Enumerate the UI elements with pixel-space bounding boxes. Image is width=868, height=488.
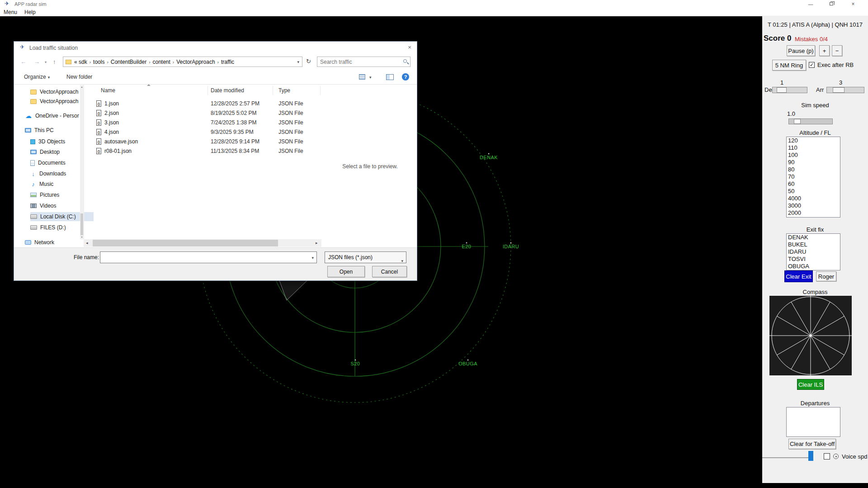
new-folder-button[interactable]: New folder — [66, 74, 92, 80]
altitude-option[interactable]: 100 — [787, 152, 840, 159]
dep-slider-thumb[interactable] — [777, 87, 787, 93]
cancel-button[interactable]: Cancel — [372, 266, 407, 277]
forward-icon[interactable]: → — [34, 58, 40, 65]
clear-exit-button[interactable]: Clear Exit — [784, 270, 813, 282]
file-name-dropdown-icon[interactable]: ▾ — [311, 256, 314, 260]
fix-e20[interactable]: ▴E20 — [462, 241, 472, 249]
up-icon[interactable]: ↑ — [53, 58, 56, 65]
altitude-option[interactable]: 50 — [787, 188, 840, 195]
menu-item-help[interactable]: Help — [24, 9, 36, 15]
sidebar-item-vectorapproach[interactable]: VectorApproach — [30, 97, 94, 106]
sidebar-item-onedrive-persor[interactable]: ☁OneDrive - Persor — [25, 111, 88, 120]
altitude-listbox[interactable]: 1201101009080706050400030002000 — [786, 137, 840, 218]
roger-button[interactable]: Roger — [816, 271, 836, 281]
exec-checkbox[interactable]: ✓ — [809, 62, 815, 68]
altitude-option[interactable]: 2000 — [787, 209, 840, 217]
plus-button[interactable]: + — [819, 45, 830, 56]
recent-locations-icon[interactable]: ▾ — [45, 60, 47, 64]
column-divider[interactable] — [273, 86, 273, 95]
organize-button[interactable]: Organize — [24, 74, 50, 80]
column-header-date[interactable]: Date modified — [211, 87, 244, 94]
exit-fix-listbox[interactable]: DENAKBUKELIDARUTOSVIOBUGA — [786, 233, 840, 270]
breadcrumb-segment[interactable]: tools — [93, 59, 104, 65]
minimize-button[interactable]: — — [804, 0, 817, 8]
open-button[interactable]: Open — [327, 266, 365, 277]
address-bar[interactable]: « sdk›tools›ContentBuilder›content›Vecto… — [63, 57, 302, 67]
menu-item-menu[interactable]: Menu — [4, 9, 17, 15]
navpane-scrollbar[interactable]: ▲ ▼ — [80, 85, 84, 239]
column-divider[interactable] — [208, 86, 208, 95]
voice-checkbox[interactable] — [824, 453, 830, 460]
altitude-option[interactable]: 110 — [787, 144, 840, 152]
breadcrumb-segment[interactable]: sdk — [79, 59, 87, 65]
altitude-option[interactable]: 80 — [787, 166, 840, 173]
sidebar-item-this-pc[interactable]: This PC — [25, 126, 88, 135]
file-type-dropdown-icon[interactable]: ▾ — [401, 256, 403, 266]
dialog-close-button[interactable]: × — [403, 43, 416, 52]
fix-denak[interactable]: ▴DENAK — [480, 152, 498, 160]
view-dropdown-icon[interactable] — [368, 74, 372, 80]
sidebar-item-downloads[interactable]: ↓Downloads — [30, 169, 94, 178]
sim-speed-slider[interactable] — [788, 118, 833, 124]
scroll-right-icon[interactable]: ▸ — [316, 241, 318, 245]
horizontal-scrollbar[interactable]: ◂ ▸ — [84, 239, 321, 247]
altitude-option[interactable]: 70 — [787, 173, 840, 180]
column-divider[interactable] — [320, 86, 321, 95]
fix-s20[interactable]: ▴S20 — [351, 358, 360, 366]
scroll-up-icon[interactable]: ▲ — [80, 85, 84, 88]
navpane-scroll-thumb[interactable] — [80, 213, 83, 235]
breadcrumb-segment[interactable]: traffic — [221, 59, 234, 65]
fix-idaru[interactable]: ▴IDARU — [503, 241, 519, 249]
refresh-icon[interactable]: ↻ — [306, 58, 311, 65]
sim-speed-slider-thumb[interactable] — [794, 119, 801, 124]
sidebar-item-files-d-[interactable]: FILES (D:) — [30, 223, 94, 232]
arr-slider-thumb[interactable] — [833, 87, 844, 93]
sidebar-item-network[interactable]: Network — [25, 238, 88, 247]
exit-fix-option[interactable]: BUKEL — [787, 241, 840, 248]
departures-listbox[interactable] — [786, 407, 840, 437]
exit-fix-option[interactable]: TOSVI — [787, 256, 840, 263]
back-icon[interactable]: ← — [20, 58, 26, 65]
help-icon[interactable]: ? — [402, 73, 409, 81]
exit-fix-option[interactable]: IDARU — [787, 248, 840, 256]
breadcrumb-segment[interactable]: content — [152, 59, 170, 65]
arr-slider[interactable] — [826, 87, 864, 93]
sidebar-item-music[interactable]: ♪Music — [30, 180, 94, 189]
restore-button[interactable] — [825, 0, 838, 8]
exit-fix-option[interactable]: DENAK — [787, 234, 840, 241]
sidebar-item-pictures[interactable]: Pictures — [30, 190, 94, 199]
clear-takeoff-button[interactable]: Clear for Take-off — [788, 439, 836, 449]
altitude-option[interactable]: 90 — [787, 159, 840, 166]
altitude-option[interactable]: 60 — [787, 180, 840, 188]
voice-volume-slider[interactable] — [762, 457, 809, 458]
breadcrumb-segment[interactable]: ContentBuilder — [111, 59, 146, 65]
altitude-option[interactable]: 120 — [787, 137, 840, 144]
exit-fix-option[interactable]: OBUGA — [787, 263, 840, 270]
sidebar-item-local-disk-c-[interactable]: Local Disk (C:) — [30, 212, 94, 221]
column-header-type[interactable]: Type — [278, 87, 290, 94]
file-row[interactable]: {}autosave.json12/28/2025 9:14 PMJSON Fi… — [85, 137, 339, 147]
sidebar-item-videos[interactable]: Videos — [30, 201, 94, 210]
file-name-combo[interactable]: ▾ — [100, 251, 317, 263]
horizontal-scroll-thumb[interactable] — [93, 240, 278, 246]
file-row[interactable]: {}r08-01.json11/13/2025 8:34 PMJSON File — [85, 147, 339, 156]
altitude-option[interactable]: 4000 — [787, 195, 840, 202]
file-row[interactable]: {}4.json9/3/2025 9:35 PMJSON File — [85, 128, 339, 137]
address-dropdown-icon[interactable]: ▾ — [297, 60, 299, 64]
file-row[interactable]: {}3.json7/24/2025 1:38 PMJSON File — [85, 118, 339, 128]
ring-button[interactable]: 5 NM Ring — [772, 60, 806, 71]
breadcrumb-segment[interactable]: VectorApproach — [176, 59, 215, 65]
sidebar-item-documents[interactable]: Documents — [30, 158, 94, 167]
compass[interactable] — [769, 296, 852, 375]
preview-pane-icon[interactable] — [386, 74, 394, 80]
sidebar-item-vectorapproach[interactable]: VectorApproach — [30, 87, 94, 96]
pause-button[interactable]: Pause (p) — [787, 45, 815, 56]
sidebar-item-desktop[interactable]: Desktop — [30, 147, 94, 156]
file-row[interactable]: {}1.json12/28/2025 2:57 PMJSON File — [85, 99, 339, 109]
fix-obuga[interactable]: ▴OBUGA — [458, 358, 477, 366]
search-box[interactable] — [317, 57, 410, 67]
scroll-down-icon[interactable]: ▼ — [80, 236, 84, 238]
file-row[interactable]: {}2.json8/19/2025 5:02 PMJSON File — [85, 109, 339, 118]
change-view-icon[interactable] — [359, 74, 365, 80]
clear-ils-button[interactable]: Clear ILS — [797, 379, 824, 390]
